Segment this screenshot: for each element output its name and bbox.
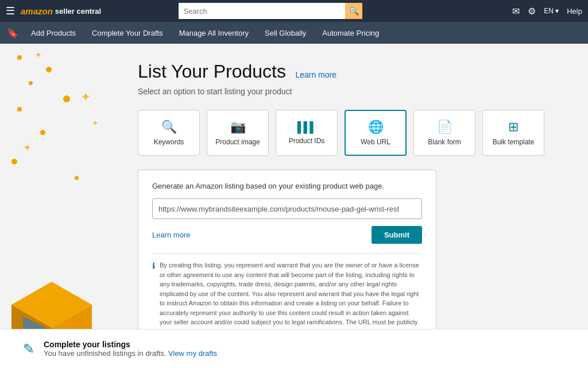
option-bulk-template[interactable]: ⊞ Bulk template [482, 110, 544, 156]
mail-icon[interactable]: ✉ [512, 6, 520, 17]
search-button[interactable]: 🔍 [345, 3, 363, 19]
sidebar-item-add-products[interactable]: Add Products [23, 22, 84, 44]
deco-dot [11, 159, 17, 164]
content-area: List Your Products Learn more Select an … [121, 44, 588, 368]
deco-dot [29, 81, 33, 85]
nav-bar: 🔖 Add Products Complete Your Drafts Mana… [0, 22, 588, 44]
product-ids-icon: ▌▌▌ [297, 121, 316, 133]
deco-star: ✦ [92, 118, 99, 128]
hamburger-icon[interactable]: ☰ [6, 5, 15, 17]
sidebar-item-sell-globally[interactable]: Sell Globally [257, 22, 314, 44]
help-link[interactable]: Help [567, 7, 582, 16]
deco-dot [46, 67, 52, 72]
info-icon: ℹ [152, 261, 155, 336]
bookmark-icon: 🔖 [7, 28, 18, 39]
banner-title: Complete your listings [44, 340, 217, 349]
language-selector[interactable]: EN ▾ [544, 7, 559, 15]
deco-dot [40, 130, 45, 135]
search-container: 🔍 [179, 3, 362, 19]
option-blank-form[interactable]: 📄 Blank form [413, 110, 475, 156]
deco-dot [17, 55, 22, 60]
banner-text: Complete your listings You have unfinish… [44, 340, 217, 358]
submit-button[interactable]: Submit [372, 226, 422, 244]
options-row: 🔍 Keywords 📷 Product image ▌▌▌ Product I… [138, 110, 565, 156]
search-input[interactable] [179, 3, 345, 19]
web-url-icon: 🌐 [368, 120, 384, 135]
option-keywords[interactable]: 🔍 Keywords [138, 110, 200, 156]
deco-dot [75, 176, 79, 180]
disclaimer-text: By creating this listing, you represent … [160, 260, 422, 336]
keywords-icon: 🔍 [161, 120, 177, 135]
form-actions: Learn more Submit [152, 226, 422, 244]
option-product-image[interactable]: 📷 Product image [207, 110, 269, 156]
product-image-label: Product image [215, 138, 260, 146]
form-description: Generate an Amazon listing based on your… [152, 182, 422, 190]
product-ids-label: Product IDs [289, 137, 325, 145]
title-row: List Your Products Learn more [138, 61, 565, 82]
view-drafts-link[interactable]: View my drafts [168, 349, 217, 358]
deco-star: ✦ [80, 90, 91, 105]
logo: amazon seller central [21, 6, 101, 16]
left-decoration: ✦ ✦ ✦ ✦ [0, 44, 121, 368]
keywords-label: Keywords [154, 138, 184, 146]
option-product-ids[interactable]: ▌▌▌ Product IDs [276, 110, 338, 156]
draft-icon: ✎ [23, 341, 34, 357]
learn-more-link[interactable]: Learn more [295, 70, 336, 79]
page-subtitle: Select an option to start listing your p… [138, 87, 565, 96]
amazon-logo-text: amazon [21, 6, 53, 16]
product-image-icon: 📷 [230, 120, 246, 135]
bulk-template-icon: ⊞ [508, 120, 519, 135]
top-bar-right: ✉ ⚙ EN ▾ Help [512, 6, 582, 17]
sidebar-item-manage-inventory[interactable]: Manage All Inventory [171, 22, 257, 44]
option-web-url[interactable]: 🌐 Web URL [345, 110, 407, 156]
deco-dot [17, 107, 22, 112]
top-bar: ☰ amazon seller central 🔍 ✉ ⚙ EN ▾ Help [0, 0, 588, 22]
web-url-form: Generate an Amazon listing based on your… [138, 170, 436, 348]
blank-form-label: Blank form [428, 138, 461, 146]
bottom-banner: ✎ Complete your listings You have unfini… [0, 329, 588, 368]
blank-form-icon: 📄 [437, 120, 452, 135]
deco-star: ✦ [34, 49, 42, 60]
disclaimer-section: ℹ By creating this listing, you represen… [152, 253, 422, 336]
form-learn-more-link[interactable]: Learn more [152, 231, 190, 239]
web-url-label: Web URL [361, 138, 390, 146]
deco-star: ✦ [23, 141, 32, 154]
sidebar-item-automate-pricing[interactable]: Automate Pricing [314, 22, 387, 44]
bulk-template-label: Bulk template [493, 138, 535, 146]
seller-central-text: seller central [55, 7, 101, 16]
page-title: List Your Products [138, 61, 286, 82]
settings-icon[interactable]: ⚙ [528, 6, 536, 17]
url-input[interactable] [152, 198, 422, 219]
main-content: ✦ ✦ ✦ ✦ List Your Products Learn more Se… [0, 44, 588, 368]
deco-dot [63, 95, 70, 102]
sidebar-item-complete-drafts[interactable]: Complete Your Drafts [84, 22, 171, 44]
banner-subtitle: You have unfinished listings in drafts. … [44, 349, 217, 358]
banner-subtitle-text: You have unfinished listings in drafts. [44, 349, 166, 358]
